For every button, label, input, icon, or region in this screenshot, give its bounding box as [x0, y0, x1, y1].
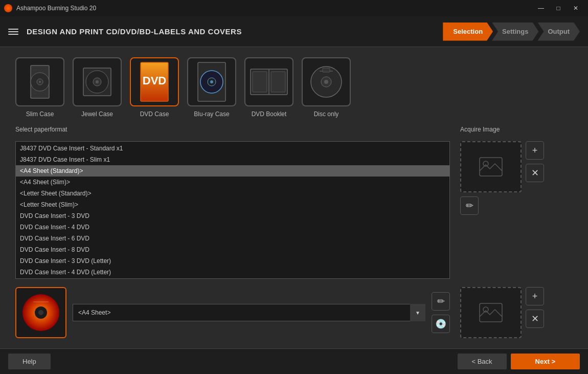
acquire-top-buttons: + ✕	[526, 141, 544, 182]
acquire-top-edit-button[interactable]: ✏	[460, 196, 479, 215]
add-icon: +	[532, 145, 538, 156]
remove-icon: ✕	[531, 167, 539, 179]
image-placeholder-bottom	[479, 302, 503, 323]
disc-type-selector: Slim Case Jewel Case	[15, 57, 573, 118]
app-icon	[4, 4, 12, 12]
window-controls: — □ ✕	[533, 3, 584, 13]
acquire-bottom-buttons: + ✕	[526, 287, 544, 328]
maximize-button[interactable]: □	[550, 3, 567, 13]
slim-case-label: Slim Case	[26, 111, 54, 118]
list-item[interactable]: DVD Case Insert - 6 DVD	[16, 233, 449, 244]
list-item[interactable]: <Letter Sheet (Slim)>	[16, 199, 449, 210]
bottom-controls-row: <A4 Sheet><Letter Sheet>J8437 DVD Case I…	[15, 287, 450, 338]
edit-button[interactable]: ✏	[432, 292, 450, 311]
acquire-top-dashed-box	[460, 141, 522, 192]
paperformat-list[interactable]: J8437 DVD Case Insert - Standard x1J8437…	[16, 142, 449, 278]
disc-slim-case[interactable]: Slim Case	[15, 57, 64, 118]
disc-dvd-booklet[interactable]: DVD Booklet	[244, 57, 293, 118]
list-item[interactable]: DVD Case Insert - 3 DVD	[16, 210, 449, 222]
list-item[interactable]: <A4 Sheet (Standard)>	[16, 165, 449, 177]
dvd-booklet-svg	[248, 64, 289, 100]
jewel-case-svg	[79, 64, 115, 100]
step-selection[interactable]: Selection	[443, 23, 493, 41]
list-item[interactable]: J8437 DVD Case Insert - Standard x1	[16, 143, 449, 154]
right-section: Acquire Image + ✕	[460, 126, 573, 338]
list-item[interactable]: DVD Case Insert - 8 DVD	[16, 244, 449, 255]
list-item[interactable]: DVD Case Insert - 4 DVD (Letter)	[16, 267, 449, 278]
acquire-label: Acquire Image	[460, 126, 573, 133]
list-item[interactable]: DVD Case Insert - 6 DVD (Letter)	[16, 278, 449, 278]
action-buttons: ✏ 💿	[432, 292, 450, 333]
sheet-select[interactable]: <A4 Sheet><Letter Sheet>J8437 DVD Case I…	[73, 304, 425, 321]
header: DESIGN AND PRINT CD/DVD/BD-LABELS AND CO…	[0, 16, 588, 47]
svg-point-27	[483, 161, 488, 166]
next-button[interactable]: Next >	[511, 354, 580, 369]
svg-text:DVD: DVD	[143, 74, 166, 87]
pencil-icon-top: ✏	[466, 200, 473, 211]
page-title: DESIGN AND PRINT CD/DVD/BD-LABELS AND CO…	[27, 27, 435, 36]
list-item[interactable]: DVD Case Insert - 4 DVD	[16, 222, 449, 233]
svg-point-25	[38, 310, 43, 315]
list-item[interactable]: DVD Case Insert - 3 DVD (Letter)	[16, 255, 449, 267]
disc-icon: 💿	[435, 318, 446, 329]
titlebar: Ashampoo Burning Studio 20 — □ ✕	[0, 0, 588, 16]
acquire-top-add-button[interactable]: +	[526, 141, 544, 160]
disc-jewel-case[interactable]: Jewel Case	[73, 57, 122, 118]
dvd-thumb-svg	[20, 292, 61, 333]
remove-icon-bottom: ✕	[531, 313, 539, 324]
titlebar-title: Ashampoo Burning Studio 20	[16, 5, 529, 12]
content-row: Select paperformat J8437 DVD Case Insert…	[15, 126, 573, 338]
add-icon-bottom: +	[532, 291, 538, 302]
svg-rect-22	[323, 68, 330, 72]
acquire-bottom-dashed-box	[460, 287, 522, 338]
svg-point-13	[210, 80, 213, 83]
disc-dvd-case[interactable]: DVD DVD Case	[130, 57, 179, 118]
footer-right: < Back Next >	[458, 354, 580, 369]
acquire-top: + ✕	[460, 141, 573, 192]
image-placeholder-top	[479, 157, 503, 177]
footer: Help < Back Next >	[0, 348, 588, 374]
dvd-booklet-label: DVD Booklet	[252, 111, 287, 118]
svg-rect-26	[480, 158, 502, 176]
acquire-top-remove-button[interactable]: ✕	[526, 164, 544, 182]
svg-rect-28	[480, 303, 502, 322]
dvd-case-svg: DVD	[137, 61, 172, 102]
step-output[interactable]: Output	[537, 23, 580, 41]
list-item[interactable]: J8437 DVD Case Insert - Slim x1	[16, 154, 449, 165]
step-settings[interactable]: Settings	[492, 23, 538, 41]
menu-icon[interactable]	[8, 29, 18, 35]
close-button[interactable]: ✕	[568, 3, 584, 13]
list-item[interactable]: <Letter Sheet (Standard)>	[16, 188, 449, 199]
list-item[interactable]: <A4 Sheet (Slim)>	[16, 177, 449, 188]
svg-point-3	[39, 81, 41, 83]
bluray-case-svg	[194, 61, 230, 102]
svg-point-7	[96, 80, 99, 83]
disc-only-label: Disc only	[314, 111, 339, 118]
main-content: Slim Case Jewel Case	[0, 47, 588, 348]
disc-only[interactable]: Disc only	[302, 57, 351, 118]
minimize-button[interactable]: —	[533, 3, 549, 13]
svg-point-29	[483, 307, 488, 312]
jewel-case-icon-box	[73, 57, 122, 106]
dvd-booklet-icon-box	[244, 57, 293, 106]
bluray-case-label: Blu-ray Case	[194, 111, 229, 118]
acquire-bottom-remove-button[interactable]: ✕	[526, 310, 544, 328]
steps-breadcrumb: Selection Settings Output	[443, 23, 580, 41]
paperformat-label: Select paperformat	[15, 126, 450, 133]
acquire-bottom-add-button[interactable]: +	[526, 287, 544, 305]
dvd-case-label: DVD Case	[140, 111, 169, 118]
svg-point-20	[324, 80, 328, 84]
disc-only-icon-box	[302, 57, 351, 106]
disc-bluray-case[interactable]: Blu-ray Case	[187, 57, 236, 118]
svg-rect-16	[253, 72, 267, 92]
pencil-icon: ✏	[437, 296, 445, 307]
back-button[interactable]: < Back	[458, 354, 507, 369]
disc-only-svg	[308, 64, 344, 100]
help-button[interactable]: Help	[8, 354, 51, 369]
disc-button[interactable]: 💿	[432, 315, 450, 333]
acquire-bottom: + ✕	[460, 287, 573, 338]
dvd-case-icon-box: DVD	[130, 57, 179, 106]
thumbnail-box	[15, 287, 66, 338]
slim-case-icon-box	[15, 57, 64, 106]
jewel-case-label: Jewel Case	[81, 111, 113, 118]
